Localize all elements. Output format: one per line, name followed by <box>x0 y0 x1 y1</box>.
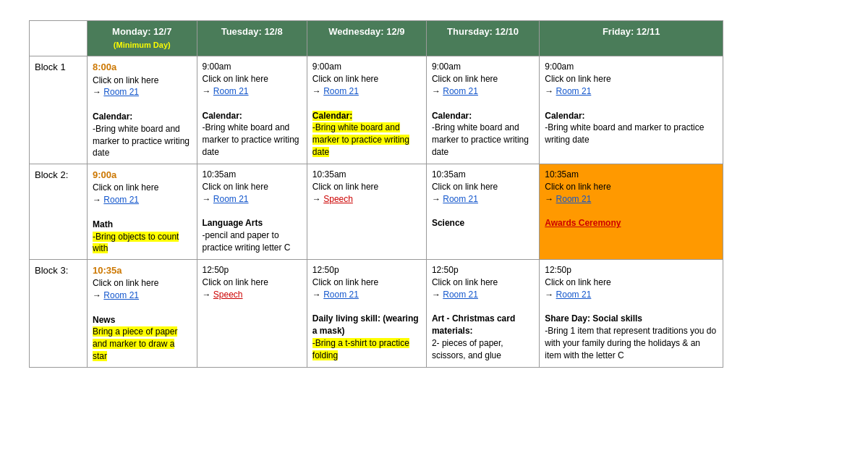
table-row-0: Block 18:00aClick on link here→ Room 21C… <box>30 56 723 164</box>
notes-r2-c4: -Bring 1 item that represent traditions … <box>545 326 716 360</box>
arrow-r2-c1: → <box>203 290 213 300</box>
time-r1-c3: 10:35am <box>432 169 466 180</box>
cell-r1-c4: 10:35amClick on link here→ Room 21Awards… <box>540 164 723 260</box>
section-title-r0-c3: Calendar: <box>432 111 472 121</box>
link-r1-c4[interactable]: Room 21 <box>556 194 592 204</box>
arrow-r0-c1: → <box>203 86 213 96</box>
time-r2-c3: 12:50p <box>432 265 459 275</box>
time-r1-c0: 9:00a <box>93 169 116 180</box>
time-r1-c1: 10:35am <box>203 169 237 180</box>
cell-r1-c1: 10:35amClick on link here→ Room 21Langua… <box>197 164 307 260</box>
click-label-r1-c0: Click on link here <box>93 182 158 193</box>
cell-r1-c2: 10:35amClick on link here→ Speech <box>307 164 426 260</box>
link-r2-c0[interactable]: Room 21 <box>103 290 139 300</box>
table-row-1: Block 2:9:00aClick on link here→ Room 21… <box>30 164 723 260</box>
section-title-r0-c0: Calendar: <box>93 111 132 122</box>
arrow-r0-c0: → <box>93 87 103 97</box>
section-title-r2-c4: Share Day: Social skills <box>545 313 642 324</box>
section-title-r1-c1: Language Arts <box>203 218 263 228</box>
click-label-r0-c1: Click on link here <box>203 74 268 84</box>
click-label-r0-c3: Click on link here <box>432 74 498 84</box>
click-label-r1-c1: Click on link here <box>203 182 268 192</box>
click-label-r0-c4: Click on link here <box>545 74 610 84</box>
row-label-1: Block 2: <box>30 164 88 260</box>
arrow-r0-c2: → <box>312 86 323 96</box>
notes-r2-c0: Bring a piece of paper and marker to dra… <box>93 326 177 361</box>
notes-r0-c4: -Bring white board and marker to practic… <box>545 122 704 145</box>
cell-r0-c4: 9:00amClick on link here→ Room 21Calenda… <box>540 56 723 164</box>
time-r2-c4: 12:50p <box>545 265 571 275</box>
arrow-r1-c2: → <box>312 194 323 204</box>
column-header-1: Monday: 12/7(Minimum Day) <box>88 21 197 56</box>
column-header-5: Friday: 12/11 <box>540 21 723 56</box>
section-title-r2-c0: News <box>93 315 115 325</box>
notes-r2-c3: 2- pieces of paper, scissors, and glue <box>432 338 503 360</box>
arrow-r0-c4: → <box>545 86 556 96</box>
section-title-r0-c4: Calendar: <box>545 111 584 121</box>
click-label-r1-c3: Click on link here <box>432 182 498 192</box>
click-label-r0-c2: Click on link here <box>312 74 378 84</box>
link-r2-c2[interactable]: Room 21 <box>323 290 359 300</box>
time-r2-c1: 12:50p <box>203 265 229 275</box>
arrow-r2-c3: → <box>432 290 443 300</box>
notes-r1-c1: -pencil and paper to practice writing le… <box>203 230 291 253</box>
click-label-r1-c2: Click on link here <box>312 182 378 192</box>
link-r1-c3[interactable]: Room 21 <box>443 194 478 204</box>
col-sublabel-1: (Minimum Day) <box>114 41 171 49</box>
section-title-r1-c3: Science <box>432 218 464 228</box>
link-r0-c1[interactable]: Room 21 <box>213 86 249 96</box>
link-r1-c0[interactable]: Room 21 <box>103 195 139 205</box>
click-label-r2-c1: Click on link here <box>203 277 268 287</box>
notes-r1-c0: -Bring objects to count with <box>93 232 179 254</box>
notes-r0-c0: -Bring white board and marker to practic… <box>93 124 190 159</box>
link-r0-c4[interactable]: Room 21 <box>556 86 592 96</box>
click-label-r2-c0: Click on link here <box>93 278 158 288</box>
time-r1-c4: 10:35am <box>545 169 579 180</box>
section-title-r2-c3: Art - Christmas card materials: <box>432 313 515 336</box>
awards-label-r1-c4: Awards Ceremony <box>545 218 621 228</box>
time-r0-c1: 9:00am <box>203 62 231 72</box>
cell-r0-c2: 9:00amClick on link here→ Room 21Calenda… <box>307 56 426 164</box>
time-r0-c3: 9:00am <box>432 62 461 72</box>
section-title-r0-c1: Calendar: <box>203 111 242 121</box>
notes-r0-c3: -Bring white board and marker to practic… <box>432 122 529 157</box>
time-r0-c4: 9:00am <box>545 62 574 72</box>
column-header-0 <box>30 21 88 56</box>
cell-r1-c0: 9:00aClick on link here→ Room 21Math-Bri… <box>88 164 197 260</box>
time-r1-c2: 10:35am <box>312 169 346 180</box>
link-r0-c3[interactable]: Room 21 <box>443 86 478 96</box>
section-title-r0-c2: Calendar: <box>312 111 352 121</box>
link-r2-c1[interactable]: Speech <box>213 290 243 300</box>
arrow-r1-c3: → <box>432 194 443 204</box>
notes-r0-c1: -Bring white board and marker to practic… <box>203 122 299 157</box>
cell-r1-c3: 10:35amClick on link here→ Room 21Scienc… <box>426 164 539 260</box>
arrow-r1-c0: → <box>93 195 103 205</box>
arrow-r0-c3: → <box>432 86 443 96</box>
notes-r0-c2: -Bring white board and marker to practic… <box>312 122 409 157</box>
section-title-r1-c0: Math <box>93 219 113 229</box>
time-r2-c2: 12:50p <box>312 265 339 275</box>
notes-r2-c2: -Bring a t-shirt to practice folding <box>312 338 409 360</box>
column-header-4: Thursday: 12/10 <box>426 21 539 56</box>
cell-r2-c4: 12:50pClick on link here→ Room 21Share D… <box>540 260 723 368</box>
link-r0-c0[interactable]: Room 21 <box>103 87 139 97</box>
cell-r0-c1: 9:00amClick on link here→ Room 21Calenda… <box>197 56 307 164</box>
link-r0-c2[interactable]: Room 21 <box>323 86 359 96</box>
cell-r2-c0: 10:35aClick on link here→ Room 21NewsBri… <box>88 260 197 368</box>
click-label-r0-c0: Click on link here <box>93 75 158 85</box>
cell-r2-c1: 12:50pClick on link here→ Speech <box>197 260 307 368</box>
cell-r0-c3: 9:00amClick on link here→ Room 21Calenda… <box>426 56 539 164</box>
cell-r0-c0: 8:00aClick on link here→ Room 21Calendar… <box>88 56 197 164</box>
link-r2-c3[interactable]: Room 21 <box>443 290 478 300</box>
click-label-r1-c4: Click on link here <box>545 182 610 192</box>
link-r1-c2[interactable]: Speech <box>323 194 353 204</box>
click-label-r2-c3: Click on link here <box>432 277 498 287</box>
table-row-2: Block 3:10:35aClick on link here→ Room 2… <box>30 260 723 368</box>
cell-r2-c3: 12:50pClick on link here→ Room 21Art - C… <box>426 260 539 368</box>
time-r0-c2: 9:00am <box>312 62 341 72</box>
time-r0-c0: 8:00a <box>93 62 116 72</box>
link-r2-c4[interactable]: Room 21 <box>556 290 592 300</box>
cell-r2-c2: 12:50pClick on link here→ Room 21Daily l… <box>307 260 426 368</box>
arrow-r1-c1: → <box>203 194 213 204</box>
link-r1-c1[interactable]: Room 21 <box>213 194 249 204</box>
